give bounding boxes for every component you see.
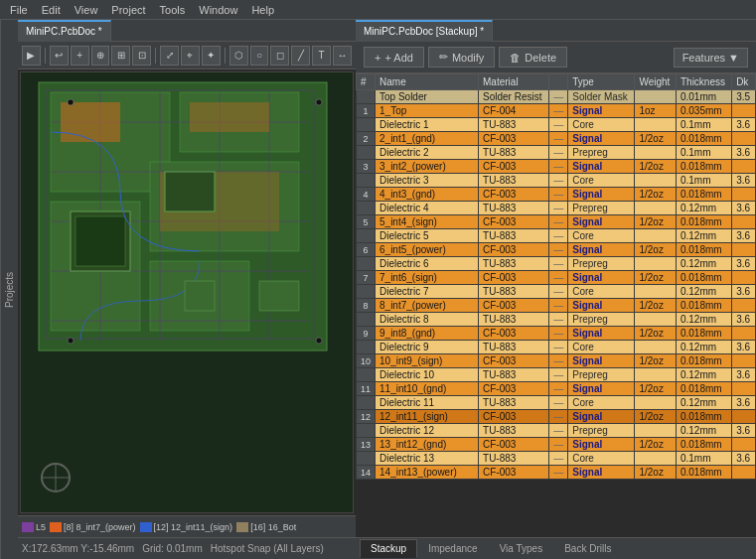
menu-help[interactable]: Help [245, 2, 280, 18]
tool-circle[interactable]: ○ [250, 46, 269, 66]
table-row[interactable]: 4 4_int3_(gnd) CF-003 — Signal 1/2oz 0.0… [357, 188, 756, 202]
table-row[interactable]: Dielectric 13 TU-883 — Core 0.1mm 3.6 [357, 452, 756, 466]
menu-project[interactable]: Project [105, 2, 151, 18]
table-row[interactable]: Dielectric 2 TU-883 — Prepreg 0.1mm 3.6 [357, 146, 756, 160]
table-row[interactable]: 6 6_int5_(power) CF-003 — Signal 1/2oz 0… [357, 243, 756, 257]
cell-dash: — [549, 382, 568, 396]
table-row[interactable]: Dielectric 5 TU-883 — Core 0.12mm 3.6 [357, 229, 756, 243]
tool-route[interactable]: ⊕ [91, 46, 110, 66]
table-row[interactable]: 11 11_int10_(gnd) CF-003 — Signal 1/2oz … [357, 382, 756, 396]
layer-ls[interactable]: L5 [22, 522, 46, 532]
layer-12[interactable]: [12] 12_int11_(sign) [140, 522, 233, 532]
layer-8[interactable]: [8] 8_int7_(power) [50, 522, 136, 532]
features-label: Features ▼ [682, 52, 739, 64]
cell-weight: 1/2oz [635, 215, 677, 229]
table-row[interactable]: Dielectric 3 TU-883 — Core 0.1mm 3.6 [357, 174, 756, 188]
menu-window[interactable]: Window [193, 2, 243, 18]
svg-rect-18 [259, 281, 299, 311]
table-row[interactable]: 8 8_int7_(power) CF-003 — Signal 1/2oz 0… [357, 299, 756, 313]
pcb-tab[interactable]: MiniPC.PcbDoc * [18, 20, 111, 42]
status-hotspot: Hotspot Snap (All Layers) [211, 543, 324, 554]
cell-material: TU-883 [479, 396, 549, 410]
cell-dash: — [549, 257, 568, 271]
table-row[interactable]: Dielectric 7 TU-883 — Core 0.12mm 3.6 [357, 285, 756, 299]
tool-polygon[interactable]: ⬡ [229, 46, 248, 66]
tool-add[interactable]: + [71, 46, 89, 66]
modify-button[interactable]: ✏ Modify [428, 47, 495, 68]
cell-num: 6 [357, 243, 376, 257]
table-row[interactable]: Top Solder Solder Resist — Solder Mask 0… [357, 90, 756, 104]
cell-name: Dielectric 6 [376, 257, 479, 271]
cell-material: CF-004 [479, 104, 549, 118]
add-button[interactable]: + + Add [364, 47, 424, 68]
cell-dash: — [549, 215, 568, 229]
stackup-doc-tab[interactable]: MiniPC.PcbDoc [Stackup] * [356, 20, 493, 42]
tab-back-drills[interactable]: Back Drills [553, 539, 622, 558]
cell-dk [732, 382, 756, 396]
tool-text[interactable]: T [312, 46, 331, 66]
table-row[interactable]: Dielectric 1 TU-883 — Core 0.1mm 3.6 [357, 118, 756, 132]
cell-dk [732, 104, 756, 118]
cell-type: Signal [568, 215, 635, 229]
tab-impedance[interactable]: Impedance [417, 539, 488, 558]
table-row[interactable]: Dielectric 10 TU-883 — Prepreg 0.12mm 3.… [357, 368, 756, 382]
crosshair [41, 463, 71, 492]
table-row[interactable]: Dielectric 9 TU-883 — Core 0.12mm 3.6 [357, 341, 756, 354]
delete-button[interactable]: 🗑 Delete [499, 47, 567, 68]
cell-thickness: 0.1mm [676, 118, 731, 132]
table-row[interactable]: Dielectric 8 TU-883 — Prepreg 0.12mm 3.6 [357, 313, 756, 327]
cell-dash: — [549, 104, 568, 118]
tool-grid[interactable]: ⊞ [111, 46, 130, 66]
table-row[interactable]: 3 3_int2_(power) CF-003 — Signal 1/2oz 0… [357, 160, 756, 174]
table-row[interactable]: 13 13_int12_(gnd) CF-003 — Signal 1/2oz … [357, 438, 756, 452]
table-row[interactable]: 5 5_int4_(sign) CF-003 — Signal 1/2oz 0.… [357, 215, 756, 229]
table-row[interactable]: 10 10_int9_(sign) CF-003 — Signal 1/2oz … [357, 354, 756, 368]
tab-via-types[interactable]: Via Types [489, 539, 554, 558]
cell-dk: 3.6 [732, 118, 756, 132]
table-row[interactable]: 7 7_int6_(sign) CF-003 — Signal 1/2oz 0.… [357, 271, 756, 285]
tool-fit[interactable]: ⤢ [160, 46, 179, 66]
tool-zoom[interactable]: ⊡ [132, 46, 151, 66]
table-row[interactable]: Dielectric 4 TU-883 — Prepreg 0.12mm 3.6 [357, 202, 756, 215]
table-row[interactable]: Dielectric 12 TU-883 — Prepreg 0.12mm 3.… [357, 424, 756, 438]
table-row[interactable]: 12 12_int11_(sign) CF-003 — Signal 1/2oz… [357, 410, 756, 424]
table-row[interactable]: Dielectric 6 TU-883 — Prepreg 0.12mm 3.6 [357, 257, 756, 271]
table-row[interactable]: 14 14_int13_(power) CF-003 — Signal 1/2o… [357, 466, 756, 480]
tool-cursor[interactable]: ⌖ [181, 46, 200, 66]
col-thickness: Thickness [676, 74, 731, 90]
sep2 [155, 48, 156, 64]
cell-num [357, 396, 376, 410]
tool-select[interactable]: ▶ [22, 46, 41, 66]
tool-line[interactable]: ╱ [291, 46, 310, 66]
cell-material: CF-003 [479, 299, 549, 313]
cell-num: 13 [357, 438, 376, 452]
menu-file[interactable]: File [4, 2, 34, 18]
cell-name: Dielectric 10 [376, 368, 479, 382]
menu-view[interactable]: View [69, 2, 104, 18]
cell-dash: — [549, 299, 568, 313]
tool-rect[interactable]: ◻ [270, 46, 289, 66]
col-material: Material [479, 74, 549, 90]
cell-thickness: 0.12mm [676, 313, 731, 327]
col-dk: Dk [732, 74, 756, 90]
cell-num [357, 146, 376, 160]
tab-stackup[interactable]: Stackup [360, 539, 417, 558]
menubar: File Edit View Project Tools Window Help [0, 0, 756, 20]
tool-highlight[interactable]: ✦ [202, 46, 221, 66]
cell-dk: 3.6 [732, 313, 756, 327]
menu-edit[interactable]: Edit [36, 2, 67, 18]
cell-dk: 3.6 [732, 341, 756, 354]
layer-16[interactable]: [16] 16_Bot [236, 522, 296, 532]
cell-material: TU-883 [479, 257, 549, 271]
tool-undo[interactable]: ↩ [50, 46, 69, 66]
cell-thickness: 0.12mm [676, 202, 731, 215]
cell-type: Core [568, 452, 635, 466]
table-row[interactable]: 1 1_Top CF-004 — Signal 1oz 0.035mm [357, 104, 756, 118]
table-row[interactable]: Dielectric 11 TU-883 — Core 0.12mm 3.6 [357, 396, 756, 410]
stackup-table: # Name Material Type Weight Thickness Dk… [356, 73, 756, 537]
tool-measure[interactable]: ↔ [333, 46, 352, 66]
menu-tools[interactable]: Tools [154, 2, 192, 18]
features-button[interactable]: Features ▼ [674, 48, 748, 68]
table-row[interactable]: 9 9_int8_(gnd) CF-003 — Signal 1/2oz 0.0… [357, 327, 756, 341]
table-row[interactable]: 2 2_int1_(gnd) CF-003 — Signal 1/2oz 0.0… [357, 132, 756, 146]
